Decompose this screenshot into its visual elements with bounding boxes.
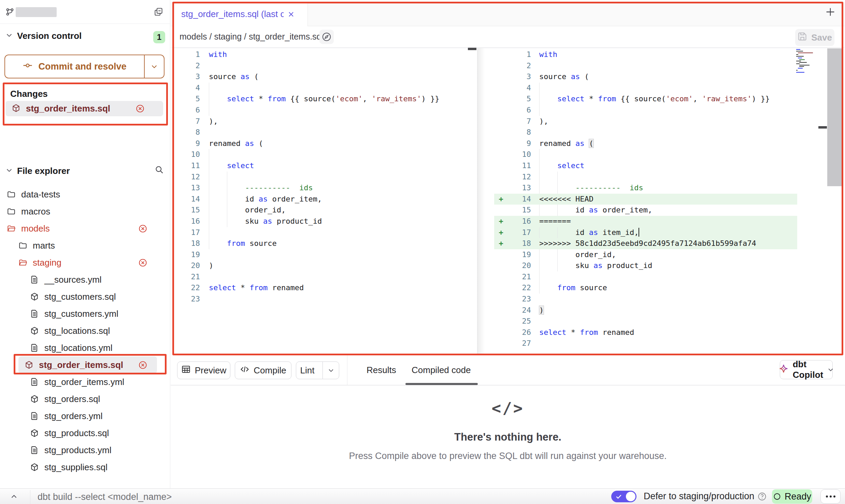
file-row-marts[interactable]: marts: [0, 237, 170, 254]
line-number: 26: [508, 327, 535, 338]
file-row-models[interactable]: models: [0, 220, 170, 237]
line-number: 20: [172, 260, 205, 271]
git-branch-icon[interactable]: [5, 8, 14, 18]
line-number: 16: [508, 216, 535, 227]
copy-icon[interactable]: [154, 7, 163, 18]
tab-results[interactable]: Results: [367, 355, 396, 385]
compass-icon[interactable]: [319, 30, 334, 44]
file-row-stg-orders-yml[interactable]: stg_orders.yml: [0, 407, 170, 425]
line-number: 4: [172, 83, 205, 94]
defer-label: Defer to staging/production: [644, 491, 754, 502]
preview-label: Preview: [195, 365, 226, 376]
code-line-19: 19 order_id,: [494, 249, 797, 261]
line-number: 20: [508, 260, 535, 271]
code-line-7: 7),: [494, 116, 797, 127]
horizontal-scrollbar-thumb[interactable]: [818, 126, 827, 129]
dbt-copilot-button[interactable]: dbt Copilot: [780, 360, 833, 379]
code-line-13: 13 ---------- ids: [172, 182, 477, 194]
code-line-25: 25: [494, 316, 797, 327]
file-row-stg-products-sql[interactable]: stg_products.sql: [0, 425, 170, 442]
diff-gutter: [494, 105, 508, 116]
chevron-up-icon[interactable]: [10, 492, 18, 502]
line-number: 5: [508, 93, 535, 105]
code-line-20: 20): [172, 260, 477, 271]
file-row-stg-orders-sql[interactable]: stg_orders.sql: [0, 390, 170, 407]
bottom-toolbar: Preview Compile Lint Results Compiled co…: [171, 355, 845, 385]
code-line-3: 3source as (: [172, 71, 477, 83]
line-number: 2: [508, 60, 535, 72]
minimap[interactable]: [795, 48, 818, 75]
diff-gutter: [494, 160, 508, 172]
code-line-18: 18 from source: [172, 238, 477, 249]
code-editor-merge-result[interactable]: 1with23source as (45 select * from {{ so…: [494, 49, 797, 349]
command-input[interactable]: dbt build --select <model_name>: [38, 491, 584, 503]
lint-options-dropdown[interactable]: [323, 362, 339, 379]
version-control-section-header[interactable]: Version control: [5, 31, 82, 41]
file-name: stg_supplies.sql: [44, 462, 108, 473]
close-icon[interactable]: [287, 10, 295, 18]
code-line-6: 6: [494, 105, 797, 116]
file-name: stg_locations.sql: [44, 326, 110, 336]
discard-changes-icon[interactable]: [138, 258, 147, 267]
code-line-7: 7),: [172, 116, 477, 127]
commit-options-dropdown[interactable]: [144, 55, 164, 78]
diff-gutter: [494, 205, 508, 216]
file-row-macros[interactable]: macros: [0, 203, 170, 220]
branch-name-redacted[interactable]: [16, 7, 57, 17]
model-icon: [25, 360, 33, 369]
code-line-11: 11 select: [172, 160, 477, 172]
file-row-stg-order-items-yml[interactable]: stg_order_items.yml: [0, 373, 170, 390]
help-icon[interactable]: [757, 492, 767, 503]
file-row-stg-supplies-sql[interactable]: stg_supplies.sql: [0, 459, 170, 476]
code-line-11: 11 select: [494, 160, 797, 172]
tab-compiled-code[interactable]: Compiled code: [412, 355, 471, 385]
new-tab-plus-icon[interactable]: [825, 6, 836, 19]
changed-file-item[interactable]: stg_order_items.sql: [5, 101, 163, 116]
line-number: 12: [172, 172, 205, 183]
file-name: staging: [33, 257, 61, 268]
search-icon[interactable]: [155, 165, 164, 176]
pane-divider-shadow: [477, 48, 485, 354]
save-button[interactable]: Save: [795, 29, 834, 46]
defer-toggle[interactable]: [611, 491, 636, 502]
preview-button[interactable]: Preview: [177, 361, 230, 379]
file-row-data-tests[interactable]: data-tests: [0, 186, 170, 203]
lint-button[interactable]: Lint: [296, 361, 339, 379]
dbt-ide-window: Version control 1 Commit and resolve Cha…: [0, 0, 845, 504]
line-number: 13: [508, 182, 535, 194]
compile-button[interactable]: Compile: [235, 361, 291, 379]
code-line-15: 15 order_id,: [172, 205, 477, 216]
code-line-22: 22select * from renamed: [172, 282, 477, 294]
line-number: 18: [508, 238, 535, 249]
code-editor-original[interactable]: 1with23source as (45 select * from {{ so…: [172, 49, 477, 305]
commit-and-resolve-button[interactable]: Commit and resolve: [4, 55, 164, 78]
tab-stg-order-items[interactable]: stg_order_items.sql (last c...: [172, 2, 308, 26]
connection-status-badge[interactable]: Ready: [772, 489, 812, 504]
discard-change-icon[interactable]: [135, 104, 145, 113]
file-row-stg-customers-sql[interactable]: stg_customers.sql: [0, 288, 170, 305]
diff-gutter: [494, 127, 508, 138]
discard-changes-icon[interactable]: [138, 360, 147, 370]
file-explorer-section-header[interactable]: File explorer: [5, 166, 70, 176]
file-row--sources-yml[interactable]: __sources.yml: [0, 271, 170, 288]
vertical-scrollbar[interactable]: [827, 48, 842, 186]
more-options-button[interactable]: [820, 489, 841, 504]
file-row-stg-products-yml[interactable]: stg_products.yml: [0, 442, 170, 459]
line-number: 9: [172, 138, 205, 149]
code-line-18: +18>>>>>>> 58c1dd23d5eebd9cd2495fa7124ab…: [494, 238, 797, 249]
discard-changes-icon[interactable]: [138, 224, 147, 233]
doc-icon: [30, 309, 39, 318]
file-row-stg-locations-yml[interactable]: stg_locations.yml: [0, 339, 170, 356]
code-line-16: +16=======: [494, 216, 797, 227]
diff-gutter: [494, 182, 508, 194]
file-row-staging[interactable]: staging: [0, 254, 170, 271]
file-row-stg-customers-yml[interactable]: stg_customers.yml: [0, 305, 170, 322]
file-row-stg-locations-sql[interactable]: stg_locations.sql: [0, 322, 170, 339]
model-icon: [30, 326, 39, 335]
model-icon: [12, 104, 20, 114]
horizontal-scrollbar-thumb[interactable]: [468, 48, 476, 50]
code-line-22: 22 from source: [494, 282, 797, 294]
file-row-stg-order-items-sql[interactable]: stg_order_items.sql: [18, 356, 157, 373]
diff-gutter: [494, 282, 508, 294]
code-line-27: 27: [494, 338, 797, 349]
